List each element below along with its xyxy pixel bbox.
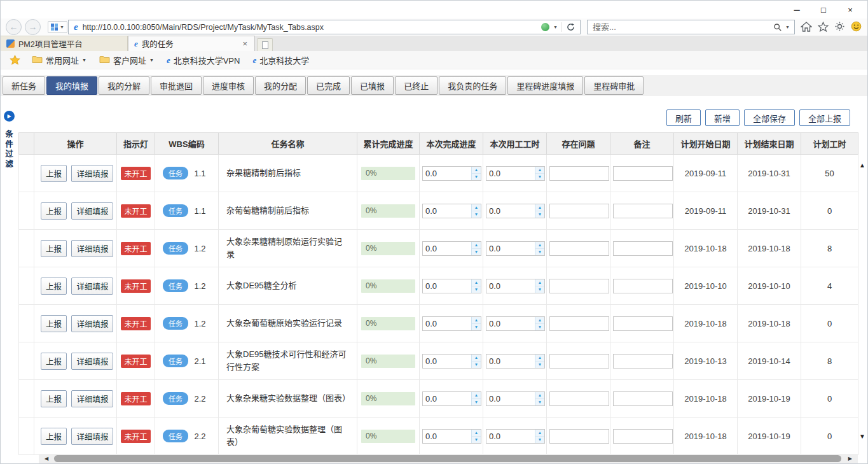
browser-tab-pm2[interactable]: PM2项目管理平台: [1, 36, 128, 51]
spin-up-icon[interactable]: ▲: [472, 430, 481, 437]
add-favorite-star-icon[interactable]: [6, 55, 24, 65]
favorite-link-vpn[interactable]: e 北京科技大学VPN: [162, 52, 245, 68]
task-tab[interactable]: 我的填报: [46, 76, 97, 95]
report-button[interactable]: 上报: [41, 428, 67, 445]
task-tab[interactable]: 我的分配: [255, 76, 306, 95]
task-tab[interactable]: 已填报: [351, 76, 394, 95]
note-input[interactable]: [613, 429, 673, 444]
back-button[interactable]: ←: [6, 19, 22, 35]
submit-all-button[interactable]: 全部上报: [799, 109, 850, 126]
spin-up-icon[interactable]: ▲: [535, 204, 544, 211]
task-tab[interactable]: 我负责的任务: [439, 76, 506, 95]
spin-up-icon[interactable]: ▲: [472, 167, 481, 174]
current-hours-input[interactable]: [486, 392, 535, 405]
current-hours-input[interactable]: [486, 167, 535, 180]
task-tab[interactable]: 里程碑进度填报: [507, 76, 583, 95]
current-hours-input[interactable]: [486, 279, 535, 293]
spin-up-icon[interactable]: ▲: [472, 242, 481, 249]
problem-input[interactable]: [549, 241, 609, 256]
address-bar[interactable]: e http://10.0.0.100:8050/Main/RDS/Projec…: [68, 20, 581, 34]
spin-down-icon[interactable]: ▼: [472, 399, 481, 405]
refresh-button[interactable]: [567, 23, 575, 31]
scroll-down-icon[interactable]: ▼: [859, 433, 865, 440]
note-input[interactable]: [613, 391, 673, 406]
scroll-up-icon[interactable]: ▲: [859, 162, 865, 169]
current-progress-input[interactable]: [423, 167, 471, 180]
spin-up-icon[interactable]: ▲: [535, 392, 544, 399]
current-hours-input[interactable]: [486, 355, 535, 368]
note-input[interactable]: [613, 166, 673, 181]
maximize-button[interactable]: □: [810, 5, 837, 15]
spin-down-icon[interactable]: ▼: [472, 437, 481, 443]
problem-input[interactable]: [549, 354, 609, 369]
horizontal-scroll-thumb[interactable]: [54, 455, 841, 462]
current-progress-input[interactable]: [423, 279, 471, 293]
spin-down-icon[interactable]: ▼: [472, 286, 481, 293]
spin-down-icon[interactable]: ▼: [535, 324, 544, 330]
spin-up-icon[interactable]: ▲: [535, 279, 544, 286]
spin-up-icon[interactable]: ▲: [472, 317, 481, 324]
spin-down-icon[interactable]: ▼: [472, 249, 481, 255]
spin-up-icon[interactable]: ▲: [472, 355, 481, 362]
note-input[interactable]: [613, 241, 673, 256]
report-button[interactable]: 上报: [41, 390, 67, 407]
current-hours-input[interactable]: [486, 317, 535, 330]
spin-up-icon[interactable]: ▲: [535, 430, 544, 437]
report-button[interactable]: 上报: [41, 240, 67, 257]
spin-down-icon[interactable]: ▼: [472, 324, 481, 330]
spin-down-icon[interactable]: ▼: [535, 286, 544, 293]
problem-input[interactable]: [549, 316, 609, 331]
spin-up-icon[interactable]: ▲: [472, 392, 481, 399]
scroll-left-icon[interactable]: ◀: [45, 456, 48, 461]
horizontal-scrollbar[interactable]: ◀ ▶: [39, 454, 858, 463]
search-dropdown-icon[interactable]: ▼: [785, 25, 790, 29]
forward-button[interactable]: →: [25, 19, 41, 35]
current-progress-input[interactable]: [423, 204, 471, 218]
detail-fill-button[interactable]: 详细填报: [71, 390, 113, 407]
detail-fill-button[interactable]: 详细填报: [71, 240, 113, 257]
search-input[interactable]: [588, 22, 773, 32]
current-progress-input[interactable]: [423, 242, 471, 255]
favorites-star-icon[interactable]: [818, 22, 829, 32]
report-button[interactable]: 上报: [41, 353, 67, 370]
current-progress-input[interactable]: [423, 317, 471, 330]
url-text[interactable]: http://10.0.0.100:8050/Main/RDS/Project/…: [83, 23, 541, 32]
spin-up-icon[interactable]: ▲: [535, 355, 544, 362]
settings-gear-icon[interactable]: [834, 21, 845, 32]
task-tab[interactable]: 已终止: [395, 76, 437, 95]
spin-up-icon[interactable]: ▲: [535, 242, 544, 249]
tab-close-icon[interactable]: ×: [241, 39, 249, 48]
problem-input[interactable]: [549, 429, 609, 444]
add-button[interactable]: 新增: [705, 109, 740, 126]
note-input[interactable]: [613, 279, 673, 293]
report-button[interactable]: 上报: [41, 165, 67, 182]
spin-up-icon[interactable]: ▲: [472, 204, 481, 211]
current-progress-input[interactable]: [423, 430, 471, 443]
favorites-folder-common[interactable]: 常用网址 ▼: [27, 52, 92, 68]
task-tab[interactable]: 进度审核: [203, 76, 254, 95]
spin-down-icon[interactable]: ▼: [535, 174, 544, 180]
browser-tab-mytask[interactable]: e 我的任务 ×: [128, 36, 255, 51]
spin-down-icon[interactable]: ▼: [535, 211, 544, 218]
address-dropdown-icon[interactable]: ▼: [553, 25, 558, 29]
problem-input[interactable]: [549, 279, 609, 293]
spin-up-icon[interactable]: ▲: [535, 317, 544, 324]
current-hours-input[interactable]: [486, 430, 535, 443]
close-button[interactable]: ×: [837, 5, 864, 15]
current-progress-input[interactable]: [423, 392, 471, 405]
new-tab-button[interactable]: [257, 38, 273, 51]
task-tab[interactable]: 新任务: [3, 76, 45, 95]
feedback-smiley-icon[interactable]: [851, 21, 862, 32]
spin-down-icon[interactable]: ▼: [535, 437, 544, 443]
report-button[interactable]: 上报: [41, 202, 67, 220]
task-tab[interactable]: 已完成: [307, 76, 350, 95]
favorites-folder-customer[interactable]: 客户网址 ▼: [94, 52, 159, 68]
problem-input[interactable]: [549, 391, 609, 406]
spin-up-icon[interactable]: ▲: [535, 167, 544, 174]
spin-down-icon[interactable]: ▼: [472, 174, 481, 180]
current-progress-input[interactable]: [423, 355, 471, 368]
current-hours-input[interactable]: [486, 242, 535, 255]
spin-down-icon[interactable]: ▼: [472, 211, 481, 218]
spin-down-icon[interactable]: ▼: [535, 399, 544, 405]
spin-down-icon[interactable]: ▼: [535, 249, 544, 255]
